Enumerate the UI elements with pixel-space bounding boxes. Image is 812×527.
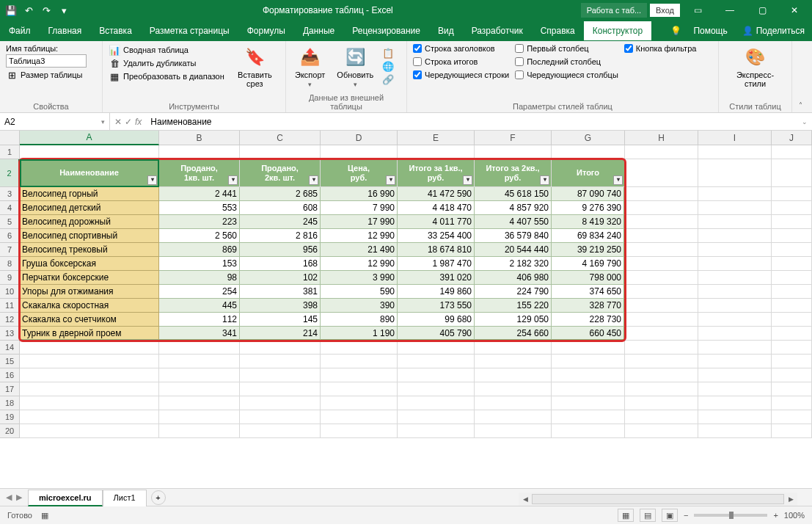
login-button[interactable]: Вход [650, 4, 680, 17]
cell[interactable] [698, 187, 772, 201]
cell[interactable] [625, 355, 698, 368]
filter-icon[interactable]: ▾ [309, 175, 318, 185]
cell[interactable]: Велосипед детский [20, 201, 159, 215]
cell[interactable]: Велосипед дорожный [20, 215, 159, 229]
cell[interactable] [398, 145, 475, 159]
ribbon-options-icon[interactable]: ▭ [683, 0, 712, 21]
cell[interactable] [772, 187, 812, 201]
cell[interactable] [240, 368, 321, 382]
cell[interactable]: Наименование▾ [20, 159, 159, 187]
cell[interactable] [625, 424, 698, 438]
normal-view-icon[interactable]: ▦ [618, 509, 634, 522]
cell[interactable] [698, 243, 772, 257]
cell[interactable]: 660 450 [552, 327, 625, 341]
cell[interactable] [552, 410, 625, 424]
filter-icon[interactable]: ▾ [540, 175, 549, 185]
cell[interactable] [698, 285, 772, 299]
cell[interactable]: 4 011 770 [398, 215, 475, 229]
cell[interactable] [772, 201, 812, 215]
cell[interactable] [625, 299, 698, 313]
cell[interactable] [20, 368, 159, 382]
cell[interactable] [159, 145, 240, 159]
tab-Главная[interactable]: Главная [40, 21, 91, 40]
convert-range-button[interactable]: ▦Преобразовать в диапазон [109, 70, 224, 82]
save-icon[interactable]: 💾 [4, 4, 18, 17]
header-row-check[interactable]: Строка заголовков [413, 44, 509, 53]
insert-slicer-button[interactable]: 🔖 Вставить срез [230, 44, 279, 90]
cell[interactable]: 33 254 400 [398, 229, 475, 243]
unlink-icon[interactable]: 🔗 [382, 73, 394, 85]
cell[interactable] [159, 410, 240, 424]
cell[interactable]: 254 [159, 285, 240, 299]
row-header[interactable]: 18 [0, 396, 20, 410]
row-header[interactable]: 14 [0, 341, 20, 355]
cell[interactable] [625, 313, 698, 327]
cell[interactable]: 129 050 [475, 313, 552, 327]
cell[interactable] [240, 410, 321, 424]
cell[interactable]: 228 730 [552, 313, 625, 327]
cell[interactable] [625, 187, 698, 201]
cell[interactable] [772, 271, 812, 285]
col-header[interactable]: H [625, 131, 698, 145]
share-button[interactable]: 👤Поделиться [735, 21, 812, 40]
cell[interactable] [698, 341, 772, 355]
cell[interactable] [240, 355, 321, 368]
name-box[interactable] [4, 117, 78, 127]
cell[interactable] [772, 257, 812, 271]
cell[interactable] [552, 382, 625, 396]
cell[interactable] [625, 368, 698, 382]
cell[interactable] [475, 396, 552, 410]
cell[interactable]: 45 618 150 [475, 187, 552, 201]
cell[interactable]: 168 [240, 257, 321, 271]
cell[interactable]: 341 [159, 327, 240, 341]
cell[interactable] [625, 341, 698, 355]
cell[interactable]: 1 190 [321, 327, 398, 341]
col-header[interactable]: F [475, 131, 552, 145]
cell[interactable]: Итого за 1кв.,руб.▾ [398, 159, 475, 187]
cell[interactable]: 21 490 [321, 243, 398, 257]
cell[interactable] [240, 396, 321, 410]
add-sheet-button[interactable]: + [151, 490, 166, 505]
cell[interactable] [625, 410, 698, 424]
cell[interactable] [625, 327, 698, 341]
col-header[interactable]: J [772, 131, 812, 145]
banded-rows-check[interactable]: Чередующиеся строки [413, 70, 509, 79]
cell[interactable]: 173 550 [398, 299, 475, 313]
row-header[interactable]: 10 [0, 285, 20, 299]
cell[interactable] [698, 355, 772, 368]
close-icon[interactable]: ✕ [780, 0, 809, 21]
tab-Рецензирование[interactable]: Рецензирование [343, 21, 429, 40]
collapse-ribbon-icon[interactable]: ˄ [799, 101, 802, 109]
row-header[interactable]: 19 [0, 410, 20, 424]
cell[interactable] [475, 368, 552, 382]
tell-me-icon[interactable]: 💡 [666, 26, 686, 36]
cell[interactable] [20, 341, 159, 355]
cell[interactable] [625, 159, 698, 187]
cell[interactable]: 9 276 390 [552, 201, 625, 215]
cell[interactable]: 98 [159, 271, 240, 285]
cell[interactable]: 374 650 [552, 285, 625, 299]
cell[interactable] [698, 271, 772, 285]
row-header[interactable]: 12 [0, 313, 20, 327]
filter-icon[interactable]: ▾ [386, 175, 395, 185]
select-all-corner[interactable] [0, 131, 20, 145]
cell[interactable] [772, 313, 812, 327]
page-break-icon[interactable]: ▣ [662, 509, 678, 522]
cell[interactable]: 1 987 470 [398, 257, 475, 271]
cell[interactable]: 12 990 [321, 229, 398, 243]
cell[interactable]: 445 [159, 299, 240, 313]
cell[interactable] [240, 341, 321, 355]
enter-formula-icon[interactable]: ✓ [125, 117, 132, 127]
cell[interactable] [159, 424, 240, 438]
cell[interactable] [698, 396, 772, 410]
zoom-slider[interactable] [694, 514, 767, 517]
horizontal-scrollbar[interactable]: ◀▶ [519, 493, 797, 506]
cell[interactable] [625, 285, 698, 299]
cell[interactable]: 608 [240, 201, 321, 215]
cell[interactable]: 102 [240, 271, 321, 285]
cell[interactable]: 390 [321, 299, 398, 313]
cell[interactable] [321, 341, 398, 355]
cell[interactable]: Велосипед горный [20, 187, 159, 201]
row-header[interactable]: 17 [0, 382, 20, 396]
cell[interactable]: 39 219 250 [552, 243, 625, 257]
